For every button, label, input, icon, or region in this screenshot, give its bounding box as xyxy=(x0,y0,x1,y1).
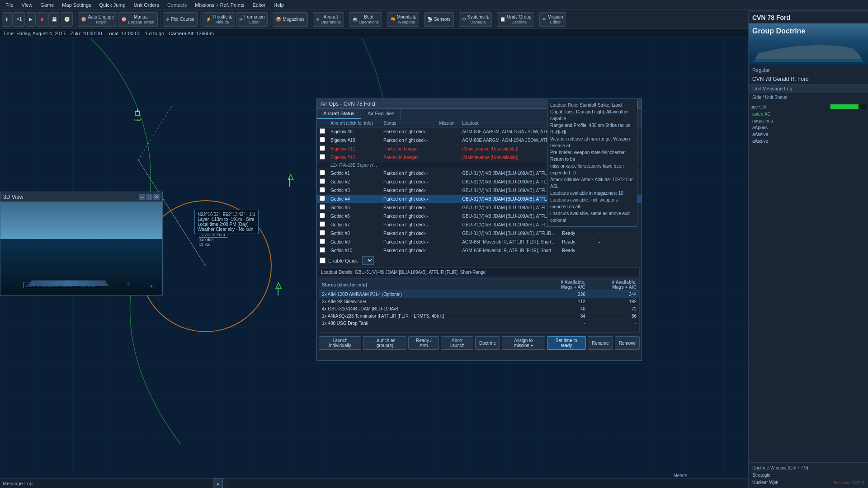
stores-row[interactable]: 1x AN/ASQ-228 Terminator II ATFLIR [FLIR… xyxy=(319,313,639,320)
row-checkbox[interactable] xyxy=(320,137,325,142)
north-unit-marker[interactable]: CAV xyxy=(134,109,141,122)
aircraft-ops-button[interactable]: ✈ AircraftOperations xyxy=(313,12,344,27)
ready-arm-btn[interactable]: Ready / Arm xyxy=(408,336,439,350)
th-aircraft: Aircraft (click for info) xyxy=(328,119,381,127)
row-checkbox[interactable] xyxy=(320,187,325,192)
aircraft-mission xyxy=(436,246,459,255)
menu-contacts[interactable]: Contacts xyxy=(164,1,190,9)
table-row[interactable]: Gothic #9 Parked on flight deck - AGM-65… xyxy=(317,238,642,246)
aircraft-name: Gothic #3 xyxy=(328,186,381,195)
enable-quick-label: Enable Quick xyxy=(328,258,358,263)
3d-view-titlebar[interactable]: 3D View — □ ✕ xyxy=(0,192,162,202)
menu-editor[interactable]: Editor xyxy=(249,1,269,9)
aircraft-loadout: GBU-31(V)4/B JDAM [BLU-109A/B], ATFLIR [… xyxy=(459,221,559,229)
systems-button[interactable]: ⚙ Systems &Damage xyxy=(459,12,492,27)
3d-maximize-btn[interactable]: □ xyxy=(146,194,152,200)
menu-help[interactable]: Help xyxy=(270,1,288,9)
aircraft-name: Gothic #5 xyxy=(328,203,381,212)
south-unit-marker[interactable] xyxy=(275,282,282,291)
plot-course-button[interactable]: ✈ Plot Course xyxy=(163,12,198,27)
aircraft-name: Bigelow #10 xyxy=(328,136,381,145)
rename-btn[interactable]: Rename xyxy=(588,336,613,350)
aircraft-status: Parked in hangar xyxy=(381,153,436,162)
doctrine-btn[interactable]: Doctrine xyxy=(475,336,500,350)
store-avail-mags: 226 xyxy=(537,291,588,298)
strategic-item[interactable]: Strategic xyxy=(750,472,866,479)
stores-row[interactable]: 2x AIM-9X Sidewinder 112 192 xyxy=(319,298,639,305)
record-button[interactable]: ⏺ xyxy=(37,12,47,27)
x1-button[interactable]: ×1 xyxy=(14,12,25,27)
boat-ops-button[interactable]: 🚢 BoatOperations xyxy=(349,12,382,27)
unit-message-log-button[interactable]: Unit Message Log xyxy=(749,84,868,93)
menu-quick-jump[interactable]: Quick Jump xyxy=(96,1,129,9)
aircraft-mission xyxy=(436,178,459,186)
launch-individually-btn[interactable]: Launch individually xyxy=(319,336,361,350)
tooltip-line3: Local time 2:00 PM (Day) xyxy=(198,222,255,227)
svg-marker-10 xyxy=(276,283,281,288)
age-ctrl-bar xyxy=(830,104,866,109)
unit-full-name: CVN 78 Gerald R. Ford xyxy=(749,74,868,84)
pause-button[interactable]: ⏸ xyxy=(2,12,13,27)
assign-mission-btn[interactable]: Assign to mission ▾ xyxy=(502,336,545,350)
manual-engage-button[interactable]: 🎯 ManualEngage Target xyxy=(118,12,157,27)
menu-missions[interactable]: Missions + Ref. Points xyxy=(191,1,248,9)
sensors-button[interactable]: 📡 Sensors xyxy=(424,12,454,27)
compass-button[interactable]: 🧭 xyxy=(61,12,73,27)
3d-close-btn[interactable]: ✕ xyxy=(153,194,160,200)
loadout-tooltip-panel: Loadout Role: Standoff Strike, Land Capa… xyxy=(547,99,637,227)
play-button[interactable]: ▶ xyxy=(26,12,36,27)
row-checkbox[interactable] xyxy=(320,145,325,151)
enable-quick-checkbox[interactable] xyxy=(320,258,326,263)
row-checkbox[interactable] xyxy=(320,178,325,184)
unit-group-doctrine-button[interactable]: 📋 Unit / GroupDoctrine xyxy=(497,12,534,27)
row-checkbox[interactable] xyxy=(320,196,325,201)
store-avail-ac: 344 xyxy=(588,291,639,298)
row-checkbox[interactable] xyxy=(320,239,325,244)
mission-editor-button[interactable]: ✏ MissionEditor xyxy=(539,12,566,27)
formation-button[interactable]: ✈ FormationEditor xyxy=(236,12,268,27)
aircraft-loadout: GBU-31(V)4/B JDAM [BLU-109A/B], ATFLIR [… xyxy=(459,212,559,221)
magazines-button[interactable]: 📦 Magazines xyxy=(273,12,307,27)
sensors-icon: 📡 xyxy=(427,17,433,22)
row-checkbox[interactable] xyxy=(320,247,325,253)
3d-minimize-btn[interactable]: — xyxy=(139,194,145,200)
stores-row[interactable]: 2x AIM-120D AMRAAM P3I.4 (Optional) 226 … xyxy=(319,291,639,298)
row-checkbox[interactable] xyxy=(320,204,325,210)
set-time-ready-btn[interactable]: Set time to ready xyxy=(547,336,586,350)
row-checkbox[interactable] xyxy=(320,213,325,218)
menu-map-settings[interactable]: Map Settings xyxy=(58,1,94,9)
row-checkbox[interactable] xyxy=(320,221,325,227)
menu-game[interactable]: Game xyxy=(37,1,57,9)
save-button[interactable]: 💾 xyxy=(48,12,60,27)
nuclear-item[interactable]: Nuclear Wpn Selected: NOT G xyxy=(750,479,866,486)
row-checkbox[interactable] xyxy=(320,154,325,160)
aircraft-name: Gothic #1 xyxy=(328,169,381,178)
stores-area[interactable]: Stores (click for info) # Available,Mags… xyxy=(319,278,640,333)
throttle-button[interactable]: ⚡ Throttle &Altitude xyxy=(203,12,235,27)
mission-editor-icon: ✏ xyxy=(542,17,546,22)
table-row[interactable]: Gothic #10 Parked on flight deck - AGM-6… xyxy=(317,246,642,255)
loadout-role: Loadout Role: Standoff Strike, Land xyxy=(550,102,634,108)
table-row[interactable]: Gothic #8 Parked on flight deck - GBU-31… xyxy=(317,229,642,238)
stores-row[interactable]: 4x GBU-31(V)4/B JDAM [BLU-109A/B] 40 72 xyxy=(319,305,639,313)
status-bar: Time: Friday, August 4, 2017 - Zulu: 10:… xyxy=(0,29,868,38)
mounts-button[interactable]: 🔫 Mounts &Weapons xyxy=(387,12,419,27)
abort-launch-btn[interactable]: Abort Launch xyxy=(441,336,473,350)
tab-aircraft-status[interactable]: Aircraft Status xyxy=(317,109,361,119)
quick-turnaround-select[interactable] xyxy=(362,256,374,265)
row-checkbox[interactable] xyxy=(320,230,325,235)
menu-file[interactable]: File xyxy=(2,1,17,9)
row-checkbox[interactable] xyxy=(320,128,325,134)
row-checkbox[interactable] xyxy=(320,170,325,175)
east-unit-marker[interactable] xyxy=(287,174,294,182)
auto-engage-button[interactable]: 🎯 Auto EngageTarget xyxy=(78,12,117,27)
tab-air-facilities[interactable]: Air Facilities xyxy=(361,109,401,119)
right-panel: UNIT STATUS CVN 78 Ford Regular CVN 78 G… xyxy=(748,0,868,488)
message-log-expand-btn[interactable]: ▲ xyxy=(213,479,223,488)
menu-view[interactable]: View xyxy=(18,1,36,9)
launch-as-group-btn[interactable]: Launch as group(s) xyxy=(363,336,406,350)
menu-unit-orders[interactable]: Unit Orders xyxy=(130,1,163,9)
throttle-icon: ⚡ xyxy=(206,17,211,22)
remove-btn[interactable]: Remove xyxy=(615,336,640,350)
stores-row[interactable]: 1x 480 USG Drop Tank - - xyxy=(319,320,639,327)
